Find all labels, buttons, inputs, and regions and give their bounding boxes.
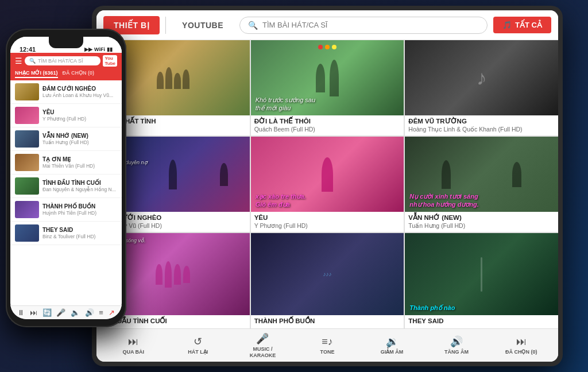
music-karaoke-button[interactable]: 🎤 MUSIC /KARAOKE bbox=[245, 332, 280, 359]
video-info-9: THEY SAID bbox=[405, 315, 558, 328]
song-text-6: THÀNH PHỐ BUỒN Huỳnh Phi Tiên (Full HD) bbox=[42, 203, 96, 216]
phone-screen: 12:41 ▶▶ WiFi ▮▮ ☰ 🔍 TÌM BÀI HÁT/CA SĨ Y… bbox=[10, 37, 122, 319]
song-thumb-7 bbox=[15, 224, 39, 242]
song-artist-5: Đan Nguyên & Nguyễn Hồng N... bbox=[42, 187, 116, 192]
wifi-icon: WiFi bbox=[94, 46, 105, 52]
video-card-8[interactable]: ♪♪♪ THÀNH PHỐ BUỒN bbox=[251, 233, 404, 328]
signal-icon: ▶▶ bbox=[84, 46, 92, 52]
song-item-7[interactable]: THEY SAID Binz & Touliver (Full HD) bbox=[10, 222, 122, 245]
tablet-screen: THIẾT BỊ YOUTUBE 🔍 🎵 TẤT CẢ bbox=[96, 10, 558, 362]
skip-icon: ⏭ bbox=[128, 336, 138, 348]
video-artist-2: Quách Beem (Full HD) bbox=[254, 126, 401, 133]
tablet-header: THIẾT BỊ YOUTUBE 🔍 🎵 TẤT CẢ bbox=[96, 10, 558, 40]
song-text-1: ĐÁM CƯỚI NGHÈO Lưu Ánh Loan & Khưu Huy V… bbox=[42, 86, 113, 98]
giam-am-button[interactable]: 🔉 GIẢM ÂM bbox=[375, 335, 409, 355]
share-button[interactable]: ↗ bbox=[109, 308, 115, 317]
song-title-4: TẠ ƠN MẸ bbox=[42, 156, 95, 163]
song-item-6[interactable]: THÀNH PHỐ BUỒN Huỳnh Phi Tiên (Full HD) bbox=[10, 198, 122, 222]
video-title-6: VẪN NHỚ (NEW) bbox=[408, 214, 555, 222]
video-thumb-6: Nụ cười xinh tươi sángnhư hoa hướng dươn… bbox=[405, 137, 558, 212]
phone-song-list: ĐÁM CƯỚI NGHÈO Lưu Ánh Loan & Khưu Huy V… bbox=[10, 80, 122, 305]
video-info-6: VẪN NHỚ (NEW) Tuấn Hưng (Full HD) bbox=[405, 212, 558, 232]
song-thumb-1 bbox=[15, 83, 39, 100]
phone-search-icon: 🔍 bbox=[29, 58, 36, 64]
vol-up-button[interactable]: 🔊 bbox=[85, 308, 94, 317]
tab-youtube[interactable]: YOUTUBE bbox=[172, 16, 234, 34]
phone-tabs: NHẠC MỚI (6361) ĐÃ CHỌN (0) bbox=[15, 69, 117, 78]
pause-button[interactable]: ⏸ bbox=[17, 308, 25, 317]
mic-player-button[interactable]: 🎤 bbox=[56, 308, 65, 317]
song-title-1: ĐÁM CƯỚI NGHÈO bbox=[42, 86, 113, 92]
tab-da-chon[interactable]: ĐÃ CHỌN (0) bbox=[63, 69, 95, 78]
video-info-3: ĐÊM VŨ TRƯỜNG Hoàng Thục Linh & Quốc Kha… bbox=[405, 115, 558, 135]
song-text-3: VẪN NHỚ (NEW) Tuấn Hưng (Full HD) bbox=[42, 133, 89, 145]
mic-icon: 🎤 bbox=[256, 332, 269, 345]
video-artist-5: Y Phương (Full HD) bbox=[254, 222, 401, 229]
youtube-badge: YouTube bbox=[103, 55, 117, 67]
song-item-5[interactable]: TÌNH ĐẦU TÌNH CUỐI Đan Nguyên & Nguyễn H… bbox=[10, 175, 122, 198]
phone-player: ⏸ ⏭ 🔄 🎤 🔈 🔊 ≡ ↗ bbox=[10, 305, 122, 319]
video-thumb-3: ♪ bbox=[405, 40, 558, 115]
loop-button[interactable]: 🔄 bbox=[42, 308, 52, 317]
vol-down-button[interactable]: 🔈 bbox=[71, 308, 80, 317]
next-button[interactable]: ⏭ bbox=[30, 308, 37, 317]
tone-button[interactable]: ≡♪ TONE bbox=[310, 336, 345, 355]
song-thumb-3 bbox=[15, 130, 39, 148]
video-artist-3: Hoàng Thục Linh & Quốc Khanh (Full HD) bbox=[408, 126, 555, 133]
video-grid: ĐANG THẤT TÌNH Full HD Khó trước sướng s… bbox=[96, 40, 558, 328]
video-card-5[interactable]: xạc xào tre thưa.Gió êm đưa YÊU Y Phương… bbox=[251, 137, 404, 232]
video-title-2: ĐỜI LÀ THẾ THÔI bbox=[254, 118, 401, 126]
tone-icon: ≡♪ bbox=[322, 336, 333, 348]
tat-ca-button[interactable]: 🎵 TẤT CẢ bbox=[493, 17, 551, 33]
hat-lai-label: HÁT LẠI bbox=[188, 349, 208, 355]
song-thumb-2 bbox=[15, 107, 39, 124]
tang-am-button[interactable]: 🔊 TĂNG ÂM bbox=[439, 335, 474, 355]
song-title-3: VẪN NHỚ (NEW) bbox=[42, 133, 89, 140]
tablet-search-input[interactable] bbox=[262, 21, 479, 29]
phone-header: ☰ 🔍 TÌM BÀI HÁT/CA SĨ YouTube NHẠC MỚI (… bbox=[10, 53, 122, 80]
music-karaoke-label: MUSIC /KARAOKE bbox=[250, 346, 276, 359]
song-item-2[interactable]: YÊU Y Phương (Full HD) bbox=[10, 104, 122, 127]
phone-header-top: ☰ 🔍 TÌM BÀI HÁT/CA SĨ YouTube bbox=[15, 55, 117, 67]
volume-down-icon: 🔉 bbox=[386, 335, 399, 348]
song-text-2: YÊU Y Phương (Full HD) bbox=[42, 109, 86, 122]
hat-lai-button[interactable]: ↺ HÁT LẠI bbox=[181, 335, 215, 355]
hamburger-icon[interactable]: ☰ bbox=[15, 56, 22, 65]
phone-search-placeholder: TÌM BÀI HÁT/CA SĨ bbox=[38, 58, 96, 64]
tablet: THIẾT BỊ YOUTUBE 🔍 🎵 TẤT CẢ bbox=[92, 6, 563, 366]
phone-search-box[interactable]: 🔍 TÌM BÀI HÁT/CA SĨ bbox=[25, 56, 100, 65]
battery-icon: ▮▮ bbox=[107, 46, 113, 52]
video-info-8: THÀNH PHỐ BUỒN bbox=[251, 315, 404, 328]
song-artist-3: Tuấn Hưng (Full HD) bbox=[42, 140, 89, 145]
song-artist-1: Lưu Ánh Loan & Khưu Huy Vũ... bbox=[42, 92, 113, 98]
giam-am-label: GIẢM ÂM bbox=[381, 349, 404, 355]
video-card-6[interactable]: Nụ cười xinh tươi sángnhư hoa hướng dươn… bbox=[405, 137, 558, 232]
video-artist-6: Tuấn Hưng (Full HD) bbox=[408, 222, 555, 229]
video-thumb-2: Khó trước sướng sauthế mới giàu bbox=[251, 40, 404, 115]
search-icon: 🔍 bbox=[248, 21, 258, 30]
song-artist-7: Binz & Touliver (Full HD) bbox=[42, 234, 95, 239]
video-info-2: ĐỜI LÀ THẾ THÔI Quách Beem (Full HD) bbox=[251, 115, 404, 135]
video-card-2[interactable]: Khó trước sướng sauthế mới giàu ĐỜI LÀ T… bbox=[251, 40, 404, 135]
phone: 12:41 ▶▶ WiFi ▮▮ ☰ 🔍 TÌM BÀI HÁT/CA SĨ Y… bbox=[6, 29, 126, 327]
video-title-8: THÀNH PHỐ BUỒN bbox=[254, 317, 401, 326]
replay-icon: ↺ bbox=[194, 335, 202, 348]
song-title-6: THÀNH PHỐ BUỒN bbox=[42, 203, 96, 210]
da-chon-button[interactable]: ⏭ ĐÃ CHỌN (0) bbox=[504, 336, 539, 355]
song-item-3[interactable]: VẪN NHỚ (NEW) Tuấn Hưng (Full HD) bbox=[10, 127, 122, 151]
video-card-9[interactable]: Thành phố nào THEY SAID bbox=[405, 233, 558, 328]
qua-bai-button[interactable]: ⏭ QUA BÀI bbox=[116, 336, 150, 355]
song-thumb-6 bbox=[15, 201, 39, 218]
song-item-4[interactable]: TẠ ƠN MẸ Mai Thiên Vân (Full HD) bbox=[10, 151, 122, 175]
player-controls-row: ⏸ ⏭ 🔄 🎤 🔈 🔊 ≡ ↗ bbox=[15, 308, 117, 317]
list-button[interactable]: ≡ bbox=[99, 308, 103, 317]
video-thumb-9: Thành phố nào bbox=[405, 233, 558, 315]
tablet-search-box[interactable]: 🔍 bbox=[239, 17, 488, 34]
status-time: 12:41 bbox=[20, 46, 36, 53]
video-title-3: ĐÊM VŨ TRƯỜNG bbox=[408, 118, 555, 126]
song-item-1[interactable]: ĐÁM CƯỚI NGHÈO Lưu Ánh Loan & Khưu Huy V… bbox=[10, 80, 122, 104]
volume-up-icon: 🔊 bbox=[450, 335, 463, 348]
tab-nhac-moi[interactable]: NHẠC MỚI (6361) bbox=[15, 69, 58, 78]
video-card-3[interactable]: ♪ ĐÊM VŨ TRƯỜNG Hoàng Thục Linh & Quốc K… bbox=[405, 40, 558, 135]
video-thumb-5: xạc xào tre thưa.Gió êm đưa bbox=[251, 137, 404, 212]
